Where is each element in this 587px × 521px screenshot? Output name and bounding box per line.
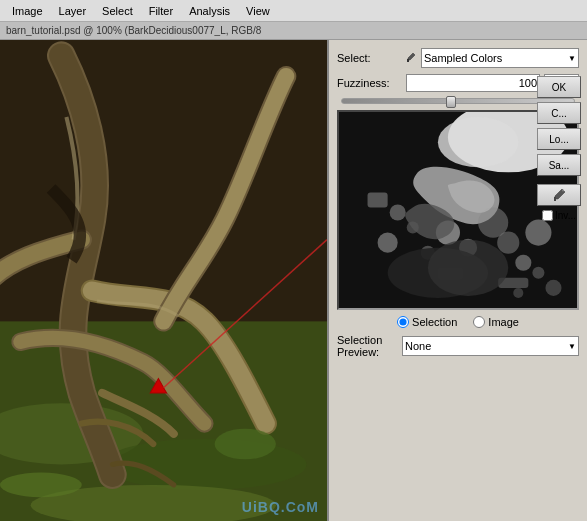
selection-preview-row: Selection Preview: None Grayscale Black … (337, 334, 579, 358)
selection-preview-dropdown[interactable]: None Grayscale Black Matte White Matte Q… (402, 336, 579, 356)
selection-preview-dropdown-wrapper: None Grayscale Black Matte White Matte Q… (402, 336, 579, 356)
select-label: Select: (337, 52, 402, 64)
radio-row: Selection Image (337, 316, 579, 328)
menu-view[interactable]: View (238, 3, 278, 19)
eyedropper-icon (552, 188, 566, 202)
title-bar: barn_tutorial.psd @ 100% (BarkDecidious0… (0, 22, 587, 40)
menu-image[interactable]: Image (4, 3, 51, 19)
svg-point-20 (497, 232, 519, 254)
fuzziness-input[interactable] (406, 74, 540, 92)
selection-radio-label[interactable]: Selection (397, 316, 457, 328)
canvas-image (0, 40, 327, 521)
menu-analysis[interactable]: Analysis (181, 3, 238, 19)
load-button[interactable]: Lo... (537, 128, 581, 150)
select-dropdown[interactable]: Sampled Colors (421, 48, 579, 68)
svg-point-32 (562, 190, 564, 192)
svg-point-30 (513, 288, 523, 298)
save-button[interactable]: Sa... (537, 154, 581, 176)
svg-point-12 (438, 117, 518, 167)
cancel-button[interactable]: C... (537, 102, 581, 124)
image-radio[interactable] (473, 316, 485, 328)
svg-point-13 (390, 204, 406, 220)
svg-point-21 (515, 255, 531, 271)
menubar: Image Layer Select Filter Analysis View (0, 0, 587, 22)
select-row: Select: Sampled Colors ▼ (337, 48, 579, 68)
menu-layer[interactable]: Layer (51, 3, 95, 19)
selection-radio[interactable] (397, 316, 409, 328)
svg-rect-31 (554, 197, 556, 201)
ok-button[interactable]: OK (537, 76, 581, 98)
svg-point-27 (428, 240, 508, 296)
eyedropper-small-icon (402, 50, 418, 66)
selection-preview-label: Selection Preview: (337, 334, 402, 358)
svg-point-29 (545, 280, 561, 296)
image-radio-label[interactable]: Image (473, 316, 519, 328)
canvas-svg (0, 40, 327, 521)
invert-checkbox[interactable] (542, 210, 553, 221)
svg-point-15 (378, 233, 398, 253)
svg-point-6 (0, 473, 82, 498)
color-range-dialog: Select: Sampled Colors ▼ Fuzziness: (327, 40, 587, 521)
image-radio-text: Image (488, 316, 519, 328)
select-wrapper: Sampled Colors ▼ (402, 48, 579, 68)
svg-point-5 (215, 429, 276, 460)
svg-point-28 (532, 267, 544, 279)
invert-label: Inv... (555, 210, 576, 221)
select-dropdown-wrapper: Sampled Colors ▼ (421, 48, 579, 68)
eyedropper-button[interactable] (537, 184, 581, 206)
menu-filter[interactable]: Filter (141, 3, 181, 19)
invert-row: Inv... (542, 210, 576, 221)
fuzziness-label: Fuzziness: (337, 77, 402, 89)
fuzziness-slider-thumb[interactable] (446, 96, 456, 108)
file-name: barn_tutorial.psd @ 100% (BarkDecidious0… (6, 25, 261, 36)
selection-radio-text: Selection (412, 316, 457, 328)
svg-rect-23 (368, 192, 388, 207)
menu-select[interactable]: Select (94, 3, 141, 19)
canvas-area: UiBQ.CoM (0, 40, 327, 521)
main-area: UiBQ.CoM Select: Sampled Colors ▼ (0, 40, 587, 521)
svg-rect-9 (407, 59, 409, 62)
svg-point-22 (525, 220, 551, 246)
